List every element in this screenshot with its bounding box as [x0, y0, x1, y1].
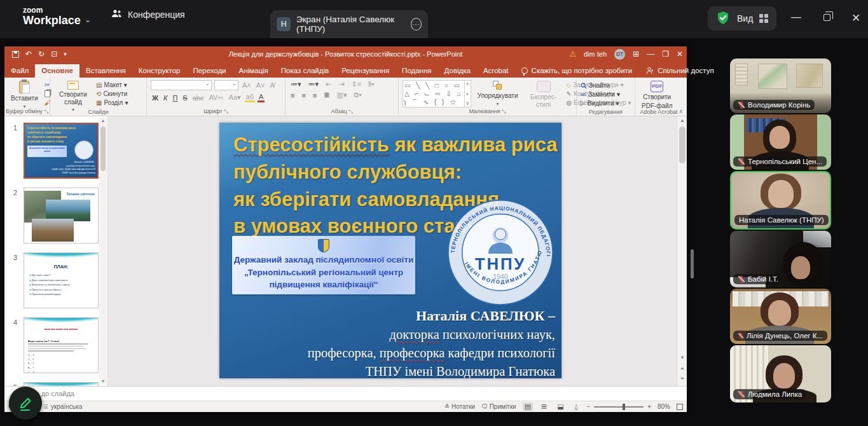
- highlight-color-button[interactable]: аб: [245, 93, 255, 102]
- zoom-out-icon[interactable]: −: [586, 403, 590, 410]
- zoom-slider[interactable]: − +: [586, 403, 651, 410]
- canvas-scrollbar[interactable]: ▲ ▼ ⏶ ⏷: [677, 116, 687, 386]
- italic-button[interactable]: К: [162, 94, 169, 102]
- slide-canvas[interactable]: Стресостійкість як важлива риса публічно…: [219, 123, 561, 378]
- video-tile-2[interactable]: Тернопільський Цен...: [730, 114, 831, 170]
- scroll-up-icon[interactable]: ▲: [99, 118, 107, 124]
- create-pdf-button[interactable]: PDF Створити PDF-файл: [639, 80, 675, 110]
- increase-indent-button[interactable]: ⇥: [337, 80, 345, 88]
- video-tile-1[interactable]: Володимир Корінь: [730, 58, 831, 113]
- start-slideshow-icon[interactable]: ⊡: [51, 50, 57, 58]
- copy-button[interactable]: [45, 90, 50, 97]
- video-tile-4[interactable]: Бабій І.Т.: [730, 231, 831, 287]
- collapse-ribbon-icon[interactable]: ∧: [679, 108, 683, 114]
- zoom-percentage[interactable]: 80%: [658, 403, 670, 410]
- save-icon[interactable]: [12, 51, 19, 58]
- arrange-button[interactable]: Упорядкувати ▾: [475, 80, 521, 107]
- shrink-font-button[interactable]: А˅: [255, 81, 266, 89]
- tab-slideshow[interactable]: Показ слайдів: [275, 64, 335, 78]
- slide-sorter-view-button[interactable]: ⊞: [539, 402, 549, 411]
- thumbnail-row-4[interactable]: 4 ■■■■ ■■■ ■■■■■ ■■■ ■■■■■■ Види стресу …: [13, 317, 107, 373]
- ppt-minimize-button[interactable]: —: [647, 50, 654, 58]
- section-button[interactable]: ▦Розділ ▾: [96, 99, 128, 106]
- tab-view[interactable]: Подання: [396, 64, 437, 78]
- replace-button[interactable]: abЗамінити ▾: [581, 91, 620, 98]
- notes-pane[interactable]: Нотатки до слайда: [4, 386, 687, 401]
- scrollbar-thumb[interactable]: [679, 127, 685, 163]
- annotation-pencil-button[interactable]: [9, 387, 42, 420]
- thumbnail-row-3[interactable]: 3 ПЛАН: Що таке стрес? Дані соціологічни…: [13, 252, 107, 308]
- shapes-gallery-scroll[interactable]: ∧∨⊽: [465, 80, 471, 107]
- scrollbar-thumb[interactable]: [100, 127, 106, 171]
- character-spacing-button[interactable]: AV⇿: [207, 93, 224, 102]
- bullets-button[interactable]: ≔▾: [289, 80, 303, 88]
- font-size-combobox[interactable]: [214, 80, 238, 90]
- zoom-close-button[interactable]: ✕: [848, 11, 864, 25]
- reset-button[interactable]: ⟲Скинути: [96, 90, 128, 97]
- tab-animations[interactable]: Анімація: [233, 64, 275, 78]
- zoom-track[interactable]: [594, 406, 644, 408]
- underline-button[interactable]: П: [171, 94, 179, 102]
- undo-icon[interactable]: ↶: [25, 50, 32, 58]
- text-direction-button[interactable]: ⫴▾: [367, 80, 376, 88]
- font-dialog-launcher[interactable]: ⤡: [224, 109, 228, 114]
- slide-editing-area[interactable]: Стресостійкість як важлива риса публічно…: [108, 116, 677, 386]
- customize-qat-icon[interactable]: ▾: [64, 51, 67, 57]
- ppt-close-button[interactable]: ✕: [677, 50, 683, 58]
- line-spacing-button[interactable]: ⇕≡: [350, 80, 363, 88]
- tab-file[interactable]: Файл: [4, 64, 35, 78]
- tab-design[interactable]: Конструктор: [132, 64, 187, 78]
- tab-home[interactable]: Основне: [35, 64, 79, 78]
- clear-formatting-button[interactable]: А̸: [269, 81, 276, 89]
- smartart-convert-button[interactable]: ⧉▾: [352, 91, 362, 99]
- tab-insert[interactable]: Вставлення: [79, 64, 132, 78]
- find-button[interactable]: Знайти: [581, 82, 620, 89]
- layout-button[interactable]: ▤Макет ▾: [96, 81, 128, 88]
- next-slide-icon[interactable]: ⏷: [677, 376, 687, 382]
- institution-banner[interactable]: Державний заклад післядипломної освіти „…: [232, 236, 415, 294]
- more-options-icon[interactable]: ⋯: [411, 18, 422, 31]
- normal-view-button[interactable]: ▤: [523, 402, 533, 411]
- chevron-down-icon[interactable]: ⌄: [85, 15, 91, 24]
- tab-help[interactable]: Довідка: [438, 64, 477, 78]
- video-tile-3-active-speaker[interactable]: Наталія Савелюк (ТНПУ): [730, 171, 831, 230]
- tab-review[interactable]: Рецензування: [335, 64, 396, 78]
- align-left-button[interactable]: ≡: [289, 92, 296, 99]
- language-button[interactable]: ⌸ українська: [44, 403, 82, 411]
- thumbnail-row-1[interactable]: 1 Стресостійкість як важлива риса публіч…: [13, 123, 107, 179]
- fit-slide-to-window-button[interactable]: [677, 404, 683, 410]
- account-name[interactable]: dim teh: [584, 50, 607, 58]
- font-name-combobox[interactable]: [151, 80, 212, 90]
- justify-button[interactable]: ≣: [322, 91, 331, 99]
- change-case-button[interactable]: Aa▾: [228, 93, 242, 102]
- ppt-restore-button[interactable]: ❐: [662, 50, 669, 58]
- tell-me-box[interactable]: Скажіть, що потрібно зробити: [515, 64, 639, 78]
- text-shadow-button[interactable]: abc: [191, 94, 205, 102]
- video-strip-scrollbar[interactable]: [691, 249, 694, 278]
- slide-1-thumbnail[interactable]: Стресостійкість як важлива риса публічно…: [24, 123, 99, 179]
- align-right-button[interactable]: ≡: [312, 92, 318, 99]
- author-text[interactable]: Наталія САВЕЛЮК – докторка психологічних…: [308, 306, 555, 378]
- slide-3-thumbnail[interactable]: ПЛАН: Що таке стрес? Дані соціологічних …: [24, 252, 99, 308]
- slide-2-thumbnail[interactable]: Трішки світлин: [24, 188, 99, 244]
- shapes-gallery[interactable]: ▭ ╲ ╲ □ ○ ▭ △ ⌐ ⌙ ⇨ ⇩ ⌂ ʅ ⌒ ∿ { } ☆: [403, 80, 465, 107]
- previous-slide-icon[interactable]: ⏶: [677, 366, 687, 372]
- slideshow-view-button[interactable]: ⍙: [572, 402, 581, 411]
- zoom-thumb[interactable]: [623, 404, 625, 410]
- slide-4-thumbnail[interactable]: ■■■■ ■■■ ■■■■■ ■■■ ■■■■■■ Види стресу (з…: [24, 317, 99, 373]
- bold-button[interactable]: Ж: [151, 94, 160, 102]
- align-center-button[interactable]: ≡: [300, 92, 307, 99]
- zoom-restore-button[interactable]: [819, 11, 834, 23]
- zoom-minimize-button[interactable]: —: [789, 11, 804, 23]
- slide-5-thumbnail[interactable]: то Ви переживаєте такі стани:: [24, 382, 99, 386]
- tab-meeting[interactable]: Конференция: [111, 9, 185, 20]
- strikethrough-button[interactable]: S: [181, 94, 188, 102]
- video-tile-6[interactable]: Людмила Липка: [730, 345, 831, 402]
- thumbnail-row-2[interactable]: 2 Трішки світлин: [13, 188, 107, 244]
- scroll-up-icon[interactable]: ▲: [677, 118, 687, 123]
- scroll-down-icon[interactable]: ▼: [99, 378, 107, 385]
- paste-button[interactable]: Вставити ▾: [8, 80, 41, 110]
- tab-transitions[interactable]: Переходи: [186, 64, 232, 78]
- tab-acrobat[interactable]: Acrobat: [477, 64, 515, 78]
- columns-button[interactable]: ▥▾: [335, 91, 348, 99]
